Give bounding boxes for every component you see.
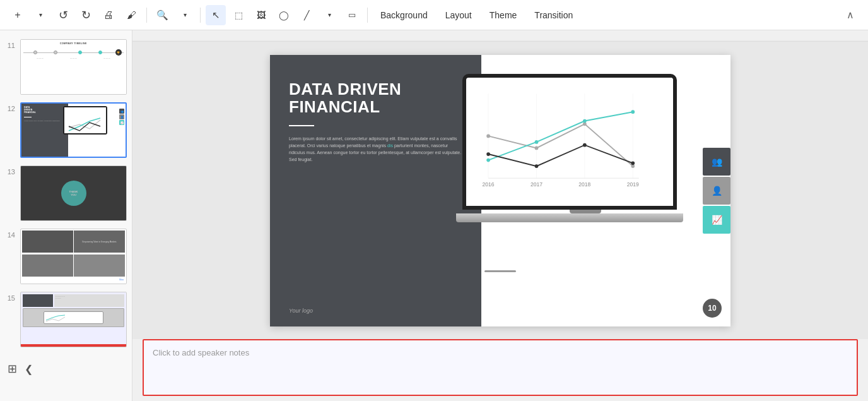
people-solid-button[interactable]: 👥 bbox=[703, 148, 730, 176]
svg-point-8 bbox=[535, 146, 539, 150]
add-icon: + bbox=[15, 9, 20, 21]
slide-number-15: 15 bbox=[5, 292, 15, 302]
slide-title: DATA DRIVENFINANCIAL bbox=[289, 80, 462, 116]
main-area: 11 COMPANY TIMELINE 🏆 — — — bbox=[0, 30, 868, 401]
slide-thumb-14[interactable]: 14 Empowering Talent in Emerging Markets… bbox=[0, 225, 132, 288]
background-button[interactable]: Background bbox=[373, 5, 435, 25]
ruler: // tick marks rendered via CSS gradient … bbox=[132, 30, 868, 42]
svg-text:2018: 2018 bbox=[578, 181, 590, 187]
undo-button[interactable]: ↺ bbox=[53, 5, 73, 25]
svg-point-12 bbox=[535, 140, 539, 144]
slide-number-badge: 10 bbox=[703, 299, 722, 318]
zoom-dropdown-icon: ▾ bbox=[184, 11, 187, 18]
svg-rect-0 bbox=[132, 30, 868, 42]
speaker-notes[interactable]: Click to add speaker notes bbox=[143, 339, 858, 396]
separator-2 bbox=[200, 8, 201, 23]
slide-canvas: DATA DRIVENFINANCIAL Lorem ipsum dolor s… bbox=[270, 55, 730, 326]
scroll-bar bbox=[484, 270, 516, 272]
redo-icon: ↻ bbox=[81, 8, 91, 22]
line-dropdown-button[interactable]: ▾ bbox=[319, 5, 339, 25]
frame-icon: ⬚ bbox=[235, 10, 243, 20]
separator-3 bbox=[367, 8, 368, 23]
slide-number-14: 14 bbox=[5, 229, 15, 239]
shape-button[interactable]: ◯ bbox=[274, 5, 294, 25]
sidebar-bottom-bar: ⊞ ❮ bbox=[0, 356, 132, 381]
slide-preview-15: — — — — —— — — bbox=[20, 292, 127, 347]
zoom-icon: 🔍 bbox=[156, 9, 168, 21]
laptop-notch bbox=[570, 210, 601, 213]
line-dropdown-icon: ▾ bbox=[328, 11, 331, 18]
chart-container: 2016 2017 2018 2019 bbox=[472, 84, 667, 201]
svg-point-18 bbox=[631, 161, 635, 165]
laptop-base bbox=[456, 213, 683, 222]
image-icon: 🖼 bbox=[257, 10, 266, 20]
svg-point-7 bbox=[486, 134, 490, 138]
textbox-button[interactable]: ▭ bbox=[342, 5, 362, 25]
svg-point-11 bbox=[486, 158, 490, 162]
slide-logo: Your logo bbox=[289, 308, 313, 314]
slide-right-panel: 2016 2017 2018 2019 bbox=[481, 55, 730, 326]
laptop-screen-inner: 2016 2017 2018 2019 bbox=[466, 78, 673, 206]
add-button[interactable]: + bbox=[8, 5, 28, 25]
canvas-area[interactable]: DATA DRIVENFINANCIAL Lorem ipsum dolor s… bbox=[132, 42, 868, 339]
select-icon: ↖ bbox=[212, 9, 220, 21]
svg-point-13 bbox=[583, 119, 587, 123]
image-button[interactable]: 🖼 bbox=[251, 5, 271, 25]
slide-number-11: 11 bbox=[5, 39, 15, 49]
laptop-screen: 2016 2017 2018 2019 bbox=[462, 74, 677, 210]
add-dropdown-button[interactable]: ▾ bbox=[30, 5, 50, 25]
svg-point-15 bbox=[486, 152, 490, 156]
collapse-icon: ∧ bbox=[847, 9, 854, 21]
print-icon: 🖨 bbox=[103, 9, 114, 21]
paintformat-button[interactable]: 🖌 bbox=[121, 5, 141, 25]
svg-point-17 bbox=[583, 143, 587, 147]
ruler-svg: // tick marks rendered via CSS gradient … bbox=[132, 30, 868, 42]
grid-view-button[interactable]: ⊞ bbox=[8, 362, 17, 376]
chart-button[interactable]: 📈 bbox=[703, 206, 730, 234]
people-outline-icon: 👤 bbox=[712, 186, 722, 196]
select-button[interactable]: ↖ bbox=[206, 5, 226, 25]
collapse-sidebar-button[interactable]: ❮ bbox=[25, 363, 33, 375]
frame-button[interactable]: ⬚ bbox=[228, 5, 249, 25]
print-button[interactable]: 🖨 bbox=[98, 5, 119, 25]
chart-icon: 📈 bbox=[712, 215, 722, 225]
slide-thumb-11[interactable]: 11 COMPANY TIMELINE 🏆 — — — bbox=[0, 35, 132, 99]
svg-text:2016: 2016 bbox=[483, 181, 495, 187]
theme-button[interactable]: Theme bbox=[482, 5, 525, 25]
slide-left-panel: DATA DRIVENFINANCIAL Lorem ipsum dolor s… bbox=[270, 55, 481, 326]
slide-preview-12: DATADRIVENFINANCIAL Lorem ipsum dolor si… bbox=[20, 102, 127, 158]
chart-svg: 2016 2017 2018 2019 bbox=[476, 87, 663, 191]
undo-icon: ↺ bbox=[59, 8, 68, 22]
laptop-mockup: 2016 2017 2018 2019 bbox=[462, 74, 708, 244]
collapse-button[interactable]: ∧ bbox=[840, 5, 860, 25]
slide-divider bbox=[289, 125, 314, 126]
line-button[interactable]: ╱ bbox=[296, 5, 317, 25]
slide-thumb-15[interactable]: 15 — — — — —— — — bbox=[0, 288, 132, 351]
toolbar: + ▾ ↺ ↻ 🖨 🖌 🔍 ▾ ↖ ⬚ 🖼 ◯ ╱ ▾ ▭ Background bbox=[0, 0, 868, 30]
svg-text:2019: 2019 bbox=[627, 181, 639, 187]
slide-number-12: 12 bbox=[5, 102, 15, 112]
shape-icon: ◯ bbox=[279, 10, 289, 20]
slide-thumb-13[interactable]: 13 THANKYOU bbox=[0, 162, 132, 225]
right-sidebar-buttons: 👥 👤 📈 bbox=[703, 148, 730, 234]
slide-body-text: Lorem ipsum dolor sit amet, consectetur … bbox=[289, 135, 462, 164]
scroll-indicator bbox=[484, 265, 516, 277]
zoom-button[interactable]: 🔍 bbox=[152, 5, 172, 25]
people-outline-button[interactable]: 👤 bbox=[703, 177, 730, 205]
transition-button[interactable]: Transition bbox=[527, 5, 580, 25]
zoom-dropdown-button[interactable]: ▾ bbox=[175, 5, 195, 25]
speaker-notes-placeholder: Click to add speaker notes bbox=[153, 348, 249, 357]
slide-preview-13: THANKYOU bbox=[20, 165, 127, 221]
slide-thumb-12[interactable]: 12 DATADRIVENFINANCIAL Lorem ipsum dolor… bbox=[0, 99, 132, 162]
svg-point-16 bbox=[535, 164, 539, 168]
line-icon: ╱ bbox=[304, 10, 309, 20]
content-area: // tick marks rendered via CSS gradient … bbox=[132, 30, 868, 401]
slide-preview-11: COMPANY TIMELINE 🏆 — — — — — — — — — bbox=[20, 39, 127, 95]
slide-number-13: 13 bbox=[5, 165, 15, 176]
people-solid-icon: 👥 bbox=[712, 157, 722, 167]
redo-button[interactable]: ↻ bbox=[76, 5, 96, 25]
slide-preview-14: Empowering Talent in Emerging Markets Si… bbox=[20, 229, 127, 284]
slide-panel: 11 COMPANY TIMELINE 🏆 — — — bbox=[0, 30, 132, 401]
layout-button[interactable]: Layout bbox=[438, 5, 479, 25]
add-dropdown-icon: ▾ bbox=[39, 11, 42, 18]
